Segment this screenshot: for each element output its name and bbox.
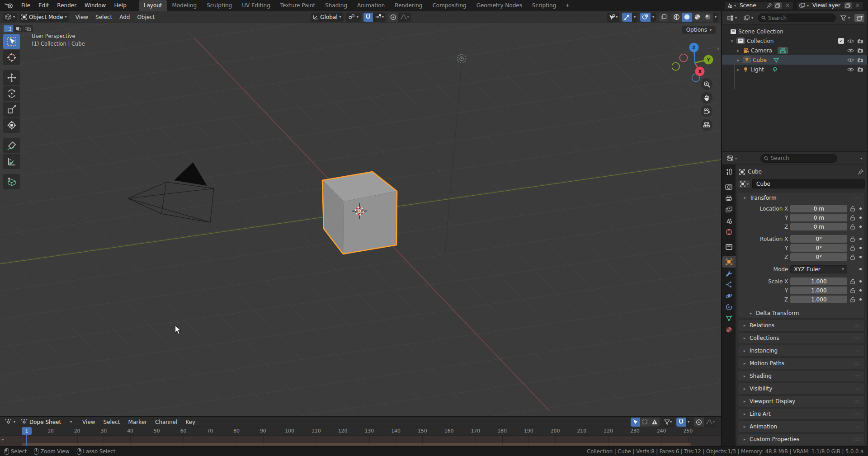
tab-material[interactable] bbox=[722, 324, 736, 335]
channel-expand-icon[interactable]: ▸ bbox=[2, 437, 4, 442]
tab-geometry-nodes[interactable]: Geometry Nodes bbox=[472, 0, 527, 11]
snap-target-selector[interactable]: ▾ bbox=[373, 13, 386, 22]
chevron-collapsed-icon[interactable]: ▸ bbox=[736, 58, 741, 62]
camera-object[interactable] bbox=[128, 162, 214, 222]
snap-dropdown[interactable]: ▾ bbox=[686, 418, 691, 427]
lock-icon[interactable] bbox=[849, 236, 856, 242]
pivot-point-selector[interactable]: ▾ bbox=[346, 13, 361, 22]
gizmo-dropdown[interactable]: ▾ bbox=[632, 13, 637, 22]
hide-eye-icon[interactable] bbox=[847, 39, 854, 43]
pan-view-button[interactable] bbox=[701, 92, 712, 103]
lock-icon[interactable] bbox=[849, 279, 856, 284]
animate-dot[interactable] bbox=[858, 289, 863, 291]
outliner-search[interactable] bbox=[758, 14, 836, 22]
tab-constraints[interactable] bbox=[722, 301, 736, 313]
hide-eye-icon[interactable] bbox=[847, 67, 854, 72]
menu-marker[interactable]: Marker bbox=[125, 419, 151, 425]
location-z-field[interactable]: 0 m bbox=[790, 223, 847, 230]
scene-selector[interactable]: ▾ Scene ✕ bbox=[724, 1, 793, 10]
tool-select-box[interactable] bbox=[3, 34, 20, 49]
animate-dot[interactable] bbox=[858, 207, 863, 210]
only-selected-toggle[interactable] bbox=[631, 418, 640, 427]
outliner-row-cube[interactable]: ▸ Cube bbox=[722, 55, 867, 65]
viewlayer-selector[interactable]: ▾ ViewLayer ✕ bbox=[797, 1, 863, 10]
menu-key[interactable]: Key bbox=[182, 419, 199, 425]
overlays-dropdown[interactable]: ▾ bbox=[651, 13, 656, 22]
dope-sheet-body[interactable]: 1020304050607080901001101201301401501601… bbox=[0, 427, 721, 446]
gizmo-axis-neg-y[interactable] bbox=[672, 63, 679, 71]
select-mode-set-button[interactable] bbox=[4, 25, 13, 32]
camera-data-icon[interactable] bbox=[778, 47, 788, 54]
tool-transform[interactable] bbox=[3, 118, 20, 133]
tab-view-layer[interactable] bbox=[722, 204, 736, 215]
lock-icon[interactable] bbox=[849, 245, 856, 251]
pin-icon[interactable] bbox=[767, 3, 772, 8]
shading-dropdown[interactable]: ▾ bbox=[713, 13, 718, 22]
transform-orientation-selector[interactable]: Global ▾ bbox=[310, 13, 343, 22]
tool-scale[interactable] bbox=[3, 102, 20, 117]
scale-y-field[interactable]: 1.000 bbox=[790, 287, 847, 294]
panel-custom-properties[interactable]: ▸Custom Properties∷∷ bbox=[738, 433, 865, 445]
panel-motion-paths[interactable]: ▸Motion Paths∷∷ bbox=[738, 357, 865, 369]
animate-dot[interactable] bbox=[858, 226, 863, 228]
tab-rendering[interactable]: Rendering bbox=[390, 0, 427, 11]
select-mode-subtract-button[interactable] bbox=[24, 25, 33, 32]
tab-particles[interactable] bbox=[722, 279, 736, 290]
tab-physics[interactable] bbox=[722, 290, 736, 301]
location-y-field[interactable]: 0 m bbox=[790, 214, 847, 221]
channel-region[interactable]: ▸ bbox=[0, 436, 721, 446]
snap-toggle[interactable] bbox=[363, 13, 373, 22]
blender-logo-icon[interactable] bbox=[0, 2, 17, 9]
shading-rendered-button[interactable] bbox=[703, 13, 713, 22]
panel-line-art[interactable]: ▸Line Art∷∷ bbox=[738, 408, 865, 420]
rotation-mode-dropdown[interactable]: XYZ Euler▾ bbox=[790, 265, 847, 273]
new-scene-button[interactable] bbox=[774, 2, 782, 9]
properties-search[interactable] bbox=[760, 154, 837, 163]
animate-dot[interactable] bbox=[858, 268, 863, 270]
menu-view[interactable]: View bbox=[72, 14, 92, 20]
tab-modifiers[interactable] bbox=[722, 268, 736, 279]
tab-tool[interactable] bbox=[722, 166, 736, 178]
lock-icon[interactable] bbox=[849, 297, 856, 302]
tool-cursor[interactable] bbox=[3, 50, 20, 65]
outliner-display-mode[interactable]: ▾ bbox=[725, 14, 739, 23]
mesh-data-icon[interactable] bbox=[773, 57, 779, 63]
animate-dot[interactable] bbox=[858, 256, 863, 258]
menu-select[interactable]: Select bbox=[100, 419, 124, 425]
object-id-selector[interactable]: ▾ bbox=[738, 179, 751, 188]
location-x-field[interactable]: 0 m bbox=[790, 205, 847, 212]
sidebar-collapse-arrow[interactable]: ‹ bbox=[717, 46, 719, 52]
panel-drag-grip[interactable]: ∷∷ bbox=[854, 336, 861, 341]
chevron-collapsed-icon[interactable]: ▸ bbox=[736, 48, 741, 53]
filter-dropdown[interactable]: ▾ bbox=[662, 418, 674, 427]
menu-render[interactable]: Render bbox=[53, 0, 80, 11]
object-name-field[interactable] bbox=[752, 179, 865, 188]
hide-eye-icon[interactable] bbox=[847, 58, 854, 62]
dope-sheet-mode-selector[interactable]: Dope Sheet ▾ bbox=[19, 418, 74, 427]
xray-toggle[interactable] bbox=[659, 13, 669, 22]
panel-drag-grip[interactable]: ∷∷ bbox=[854, 323, 861, 328]
menu-object[interactable]: Object bbox=[133, 14, 158, 20]
tab-collection[interactable] bbox=[722, 241, 736, 253]
outliner-row-light[interactable]: ▸ Light bbox=[722, 65, 867, 74]
panel-animation[interactable]: ▸Animation∷∷ bbox=[738, 421, 865, 432]
tab-output[interactable] bbox=[722, 193, 736, 204]
options-button[interactable]: Options ▾ bbox=[682, 26, 716, 34]
properties-search-input[interactable] bbox=[770, 155, 833, 161]
tab-texture-paint[interactable]: Texture Paint bbox=[275, 0, 320, 11]
tab-scripting[interactable]: Scripting bbox=[527, 0, 561, 11]
panel-drag-grip[interactable]: ∷∷ bbox=[854, 361, 861, 366]
proportional-editing-toggle[interactable] bbox=[694, 418, 704, 427]
tab-shading[interactable]: Shading bbox=[320, 0, 352, 11]
collection-checkbox[interactable]: ✓ bbox=[838, 38, 844, 44]
panel-viewport-display[interactable]: ▸Viewport Display∷∷ bbox=[738, 395, 865, 407]
tab-render[interactable] bbox=[722, 181, 736, 193]
lock-icon[interactable] bbox=[849, 288, 856, 293]
new-viewlayer-button[interactable] bbox=[844, 2, 852, 9]
animate-dot[interactable] bbox=[858, 280, 863, 282]
outliner-filter-type[interactable]: ▾ bbox=[741, 14, 755, 23]
tab-object[interactable] bbox=[722, 256, 736, 268]
animate-dot[interactable] bbox=[858, 238, 863, 240]
disable-render-camera-icon[interactable] bbox=[857, 57, 863, 62]
panel-drag-grip[interactable]: ∷∷ bbox=[854, 348, 861, 353]
